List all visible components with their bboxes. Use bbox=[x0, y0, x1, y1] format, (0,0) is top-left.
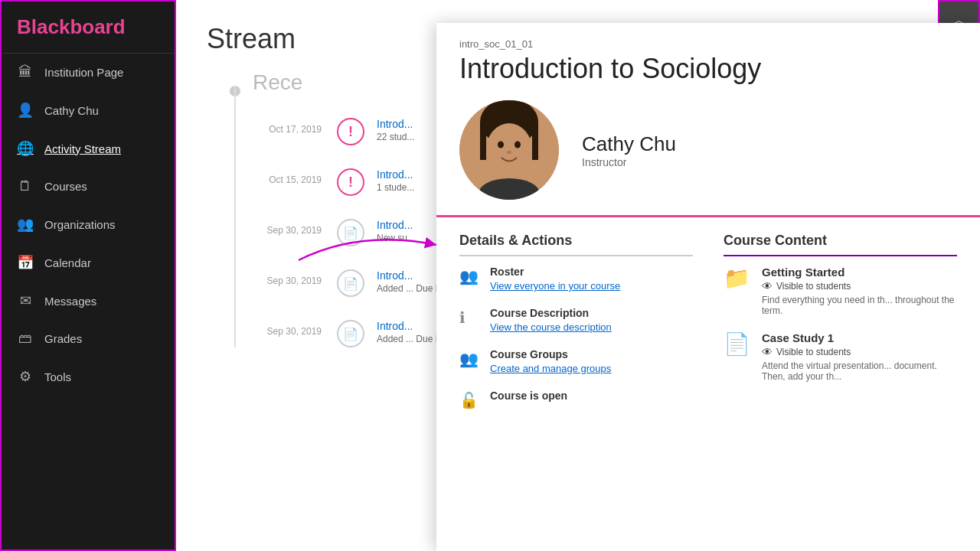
grades-icon: 🗃 bbox=[17, 331, 34, 347]
sidebar-item-organizations[interactable]: 👥 Organizations bbox=[2, 205, 175, 243]
avatar bbox=[459, 100, 559, 200]
description-label: Course Description bbox=[490, 307, 612, 319]
alert-icon: ! bbox=[337, 168, 364, 196]
stream-item-date: Sep 30, 2019 bbox=[253, 225, 322, 236]
svg-point-4 bbox=[486, 123, 532, 177]
sidebar-item-calendar[interactable]: 📅 Calendar bbox=[2, 243, 175, 282]
doc-icon: 📄 bbox=[337, 320, 364, 347]
calendar-icon: 📅 bbox=[17, 254, 34, 271]
tools-icon: ⚙ bbox=[17, 368, 34, 385]
lock-icon: 🔓 bbox=[459, 391, 481, 409]
svg-rect-3 bbox=[532, 122, 538, 160]
content-item-body: Getting Started 👁 Visible to students Fi… bbox=[762, 266, 957, 316]
course-code: intro_soc_01_01 bbox=[459, 38, 957, 50]
sidebar-item-label: Cathy Chu bbox=[44, 104, 99, 117]
doc-icon: 📄 bbox=[337, 219, 364, 246]
alert-icon: ! bbox=[337, 118, 364, 145]
info-icon: ℹ bbox=[459, 308, 481, 327]
sidebar-item-tools[interactable]: ⚙ Tools bbox=[2, 357, 175, 396]
content-item-desc: Find everything you need in th... throug… bbox=[762, 295, 957, 316]
course-panel: ✕ intro_soc_01_01 Introduction to Sociol… bbox=[436, 23, 980, 551]
description-body: Course Description View the course descr… bbox=[490, 307, 612, 333]
sidebar: Blackboard 🏛 Institution Page 👤 Cathy Ch… bbox=[0, 0, 176, 551]
details-section-title: Details & Actions bbox=[459, 233, 693, 256]
svg-point-6 bbox=[514, 142, 521, 148]
instructor-info: Cathy Chu Instructor bbox=[582, 132, 676, 168]
groups-item: 👥 Course Groups Create and manage groups bbox=[459, 348, 693, 374]
timeline-line bbox=[234, 86, 236, 347]
institution-icon: 🏛 bbox=[17, 64, 34, 80]
content-item-visible: 👁 Visible to students bbox=[762, 346, 957, 358]
app-logo: Blackboard bbox=[2, 2, 175, 54]
logo-text: Blackboard bbox=[17, 15, 126, 38]
stream-item-date: Sep 30, 2019 bbox=[253, 276, 322, 286]
eye-icon: 👁 bbox=[762, 280, 773, 292]
details-content-row: Details & Actions 👥 Roster View everyone… bbox=[436, 217, 980, 440]
groups-link[interactable]: Create and manage groups bbox=[490, 363, 611, 374]
sidebar-item-label: Activity Stream bbox=[44, 142, 121, 155]
course-open-item: 🔓 Course is open bbox=[459, 390, 693, 409]
course-open-body: Course is open bbox=[490, 390, 567, 404]
content-item-case-study: 📄 Case Study 1 👁 Visible to students Att… bbox=[724, 331, 957, 382]
messages-icon: ✉ bbox=[17, 292, 34, 309]
groups-body: Course Groups Create and manage groups bbox=[490, 348, 611, 374]
sidebar-nav: 🏛 Institution Page 👤 Cathy Chu 🌐 Activit… bbox=[2, 54, 175, 549]
folder-icon: 📁 bbox=[724, 266, 751, 291]
description-item: ℹ Course Description View the course des… bbox=[459, 307, 693, 333]
organizations-icon: 👥 bbox=[17, 216, 34, 233]
sidebar-item-courses[interactable]: 🗒 Courses bbox=[2, 168, 175, 205]
stream-item-date: Sep 30, 2019 bbox=[253, 326, 322, 337]
sidebar-item-label: Institution Page bbox=[44, 66, 123, 79]
roster-label: Roster bbox=[490, 266, 620, 278]
instructor-name: Cathy Chu bbox=[582, 132, 676, 156]
details-col: Details & Actions 👥 Roster View everyone… bbox=[459, 233, 693, 425]
groups-icon: 👥 bbox=[459, 350, 481, 368]
roster-icon: 👥 bbox=[459, 267, 481, 285]
content-item-visible: 👁 Visible to students bbox=[762, 280, 957, 292]
svg-rect-2 bbox=[480, 122, 486, 160]
sidebar-item-label: Grades bbox=[44, 332, 82, 345]
sidebar-item-institution[interactable]: 🏛 Institution Page bbox=[2, 54, 175, 91]
sidebar-item-label: Messages bbox=[44, 295, 96, 308]
courses-icon: 🗒 bbox=[17, 178, 34, 194]
document-icon: 📄 bbox=[724, 331, 751, 357]
doc-icon: 📄 bbox=[337, 269, 364, 297]
content-col: Course Content 📁 Getting Started 👁 Visib… bbox=[724, 233, 957, 425]
sidebar-item-label: Courses bbox=[44, 180, 87, 193]
eye-icon: 👁 bbox=[762, 346, 773, 358]
sidebar-item-label: Organizations bbox=[44, 218, 116, 231]
main-area: Stream Rece Oct 17, 2019 ! Introd... 22 … bbox=[176, 0, 980, 551]
sidebar-item-label: Tools bbox=[44, 370, 71, 383]
content-item-title[interactable]: Case Study 1 bbox=[762, 331, 957, 344]
roster-body: Roster View everyone in your course bbox=[490, 266, 620, 292]
course-title: Introduction to Sociology bbox=[459, 53, 957, 85]
sidebar-item-label: Calendar bbox=[44, 256, 91, 269]
content-section-title: Course Content bbox=[724, 233, 957, 256]
content-item-getting-started: 📁 Getting Started 👁 Visible to students … bbox=[724, 266, 957, 316]
course-open-label: Course is open bbox=[490, 390, 567, 402]
instructor-section: Cathy Chu Instructor bbox=[436, 85, 980, 217]
content-item-desc: Attend the virtual presentation... docum… bbox=[762, 360, 957, 382]
stream-item-date: Oct 15, 2019 bbox=[253, 174, 322, 185]
profile-icon: 👤 bbox=[17, 102, 34, 119]
stream-item-date: Oct 17, 2019 bbox=[253, 124, 322, 135]
sidebar-item-grades[interactable]: 🗃 Grades bbox=[2, 320, 175, 357]
roster-item: 👥 Roster View everyone in your course bbox=[459, 266, 693, 292]
sidebar-item-activity[interactable]: 🌐 Activity Stream bbox=[2, 129, 175, 168]
groups-label: Course Groups bbox=[490, 348, 611, 360]
sidebar-item-profile[interactable]: 👤 Cathy Chu bbox=[2, 91, 175, 129]
description-link[interactable]: View the course description bbox=[490, 321, 612, 333]
globe-icon: 🌐 bbox=[17, 140, 34, 157]
svg-point-7 bbox=[507, 151, 511, 154]
svg-point-5 bbox=[498, 142, 504, 148]
content-item-title[interactable]: Getting Started bbox=[762, 266, 957, 279]
roster-link[interactable]: View everyone in your course bbox=[490, 280, 620, 292]
course-header: intro_soc_01_01 Introduction to Sociolog… bbox=[436, 23, 980, 85]
instructor-role: Instructor bbox=[582, 156, 676, 168]
sidebar-item-messages[interactable]: ✉ Messages bbox=[2, 282, 175, 320]
content-item-body: Case Study 1 👁 Visible to students Atten… bbox=[762, 331, 957, 382]
